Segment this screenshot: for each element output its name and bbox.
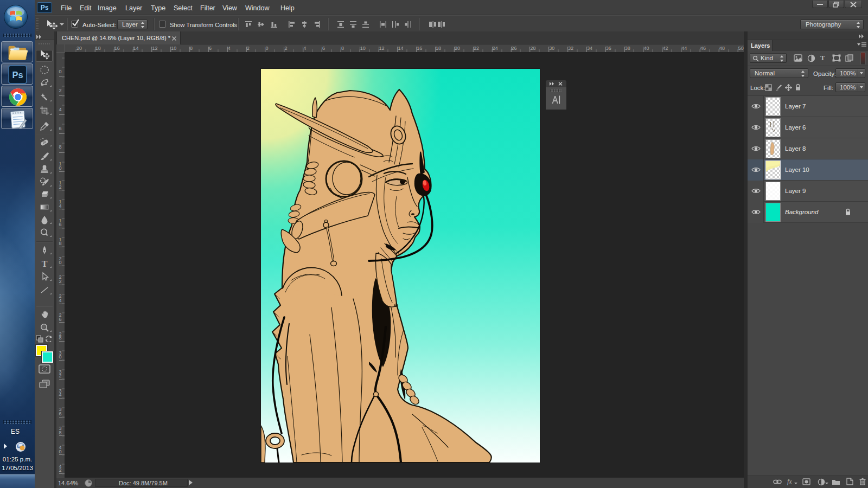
svg-text:T: T [42, 259, 48, 268]
svg-text:Ps: Ps [12, 70, 23, 80]
svg-text:fx: fx [787, 478, 792, 485]
